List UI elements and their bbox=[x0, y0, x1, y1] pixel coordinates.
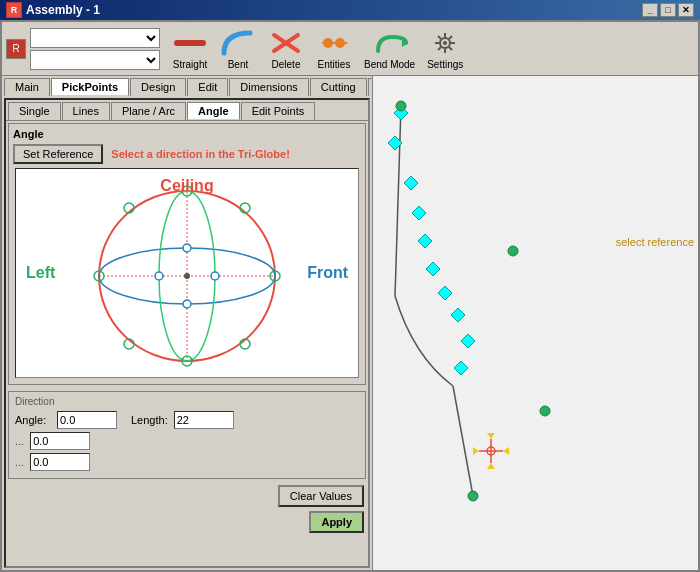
bendmode-label: Bend Mode bbox=[364, 59, 415, 70]
svg-rect-37 bbox=[373, 76, 698, 570]
svg-point-52 bbox=[508, 246, 518, 256]
bent-icon bbox=[220, 29, 256, 57]
bent-label: Bent bbox=[228, 59, 249, 70]
tab-lines[interactable]: Lines bbox=[62, 102, 110, 120]
entities-icon bbox=[316, 29, 352, 57]
canvas-svg bbox=[373, 76, 698, 570]
svg-point-51 bbox=[468, 491, 478, 501]
tab-edit-points[interactable]: Edit Points bbox=[241, 102, 316, 120]
app-icon: R bbox=[6, 2, 22, 18]
label-ceiling: Ceiling bbox=[160, 177, 213, 195]
minimize-button[interactable]: _ bbox=[642, 3, 658, 17]
svg-point-4 bbox=[335, 38, 345, 48]
tab-angle[interactable]: Angle bbox=[187, 102, 240, 120]
svg-point-33 bbox=[211, 272, 219, 280]
settings-label: Settings bbox=[427, 59, 463, 70]
direction-section: Direction Angle: Length: ... ... bbox=[8, 391, 366, 479]
close-button[interactable]: ✕ bbox=[678, 3, 694, 17]
tabs-row-1: Main PickPoints Design Edit Dimensions C… bbox=[2, 76, 372, 96]
svg-rect-0 bbox=[174, 40, 206, 46]
app-toolbar-icon: R bbox=[6, 39, 26, 59]
toolbar-combo-2[interactable] bbox=[30, 50, 160, 70]
bent-button[interactable]: Bent bbox=[216, 25, 260, 72]
toolbar-combo-1[interactable] bbox=[30, 28, 160, 48]
svg-point-53 bbox=[540, 406, 550, 416]
clear-values-button[interactable]: Clear Values bbox=[278, 485, 364, 507]
tab-single[interactable]: Single bbox=[8, 102, 61, 120]
length-label: Length: bbox=[131, 414, 168, 426]
svg-point-50 bbox=[396, 101, 406, 111]
tab-pickpoints[interactable]: PickPoints bbox=[51, 78, 129, 96]
svg-line-18 bbox=[438, 47, 441, 50]
right-canvas: select reference bbox=[372, 76, 698, 570]
svg-line-15 bbox=[438, 36, 441, 39]
set-reference-message: Select a direction in the Tri-Globe! bbox=[111, 148, 289, 160]
straight-button[interactable]: Straight bbox=[168, 25, 212, 72]
dir-val2-input[interactable] bbox=[30, 453, 90, 471]
label-front: Front bbox=[307, 264, 348, 282]
set-reference-button[interactable]: Set Reference bbox=[13, 144, 103, 164]
svg-point-36 bbox=[184, 273, 190, 279]
entities-label: Entities bbox=[318, 59, 351, 70]
svg-line-17 bbox=[449, 36, 452, 39]
window-title: Assembly - 1 bbox=[26, 3, 100, 17]
angle-title: Angle bbox=[13, 128, 361, 140]
tab-dimensions[interactable]: Dimensions bbox=[229, 78, 308, 96]
bendmode-icon bbox=[372, 29, 408, 57]
straight-label: Straight bbox=[173, 59, 207, 70]
maximize-button[interactable]: □ bbox=[660, 3, 676, 17]
angle-label: Angle: bbox=[15, 414, 51, 426]
tab-edit[interactable]: Edit bbox=[187, 78, 228, 96]
length-input[interactable] bbox=[174, 411, 234, 429]
bend-mode-button[interactable]: Bend Mode bbox=[360, 25, 419, 72]
triglobe-svg bbox=[72, 178, 302, 368]
tab-plane-arc[interactable]: Plane / Arc bbox=[111, 102, 186, 120]
dir-val1-input[interactable] bbox=[30, 432, 90, 450]
triglobe-container: Ceiling Left Front bbox=[15, 168, 359, 378]
delete-icon bbox=[268, 29, 304, 57]
angle-section: Angle Set Reference Select a direction i… bbox=[8, 123, 366, 385]
tabs-row-2: Single Lines Plane / Arc Angle Edit Poin… bbox=[6, 100, 368, 121]
settings-button[interactable]: Settings bbox=[423, 25, 467, 72]
svg-point-34 bbox=[183, 244, 191, 252]
svg-line-16 bbox=[449, 47, 452, 50]
straight-icon bbox=[172, 36, 208, 50]
tab-main[interactable]: Main bbox=[4, 78, 50, 96]
ellipsis-2: ... bbox=[15, 456, 24, 468]
entities-button[interactable]: Entities bbox=[312, 25, 356, 72]
ellipsis-1: ... bbox=[15, 435, 24, 447]
delete-label: Delete bbox=[272, 59, 301, 70]
delete-button[interactable]: Delete bbox=[264, 25, 308, 72]
canvas-label: select reference bbox=[616, 236, 694, 248]
label-left: Left bbox=[26, 264, 55, 282]
svg-point-10 bbox=[443, 41, 447, 45]
settings-icon bbox=[427, 29, 463, 57]
svg-point-32 bbox=[155, 272, 163, 280]
tab-cutting[interactable]: Cutting bbox=[310, 78, 367, 96]
svg-point-35 bbox=[183, 300, 191, 308]
direction-title: Direction bbox=[15, 396, 359, 407]
toolbar: R Straight bbox=[2, 22, 698, 76]
angle-input[interactable] bbox=[57, 411, 117, 429]
tab-design[interactable]: Design bbox=[130, 78, 186, 96]
apply-button[interactable]: Apply bbox=[309, 511, 364, 533]
svg-point-3 bbox=[323, 38, 333, 48]
